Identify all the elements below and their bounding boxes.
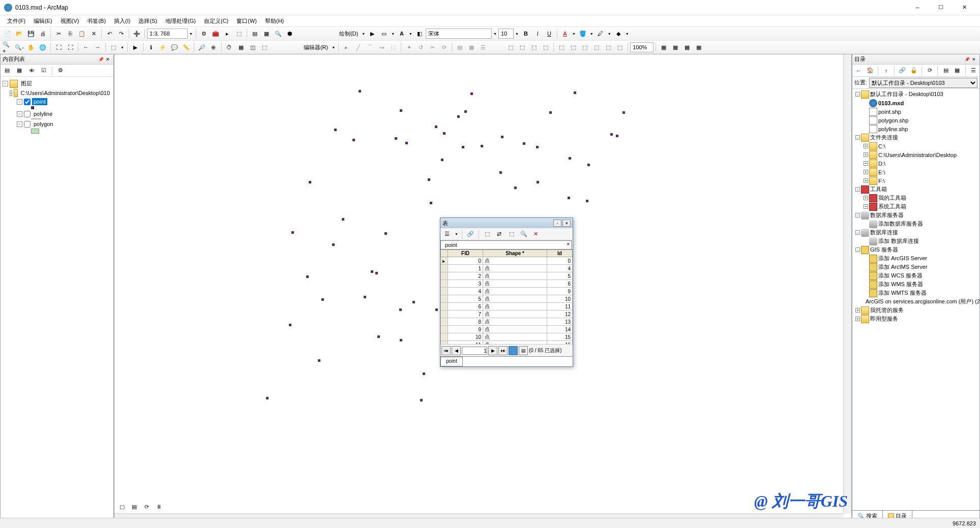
layout-2-icon[interactable]: ▦ — [670, 42, 681, 53]
viewer-icon[interactable]: ▦ — [235, 42, 247, 53]
cat-home-icon[interactable]: 🏠 — [865, 65, 876, 76]
catalog-item[interactable]: 即用型服务 — [870, 315, 898, 323]
attr-opts-icon[interactable]: ☰ — [441, 229, 453, 240]
delete-icon[interactable]: ✕ — [88, 28, 99, 39]
arcpy-icon[interactable]: ⬢ — [284, 28, 295, 39]
expand-icon[interactable]: - — [855, 92, 860, 97]
pin-icon[interactable]: 📌 — [963, 56, 970, 63]
edit-reshape-icon[interactable]: ↺ — [415, 42, 426, 53]
catalog-item[interactable]: GIS 服务器 — [870, 246, 898, 254]
layer-label[interactable]: polyline — [32, 110, 54, 117]
fontsize-input[interactable] — [498, 28, 514, 39]
select-elem-icon[interactable]: ▶ — [367, 28, 378, 39]
catalog-item[interactable]: 添加 WMTS 服务器 — [878, 289, 927, 297]
toc-close-icon[interactable]: ✕ — [104, 56, 111, 63]
attr-titlebar[interactable]: 表 ▫ ✕ — [440, 218, 573, 228]
menu-item[interactable]: 插入(I) — [110, 16, 134, 26]
georef-9-icon[interactable]: ⬚ — [603, 42, 614, 53]
draw-dropdown-icon[interactable]: ▼ — [361, 32, 366, 36]
catalog-item[interactable]: 我的工具箱 — [878, 194, 906, 202]
expand-icon[interactable]: - — [17, 121, 22, 127]
layer-label[interactable]: point — [32, 98, 47, 105]
pause-draw-icon[interactable]: ⏸ — [153, 501, 164, 512]
layer-checkbox[interactable] — [24, 99, 31, 105]
georef-5-icon[interactable]: ⬚ — [556, 42, 567, 53]
nav-first-icon[interactable]: ⏮ — [441, 346, 451, 355]
catalog-item[interactable]: 数据库连接 — [870, 229, 898, 236]
cat-refresh-icon[interactable]: ⟳ — [925, 65, 935, 76]
zoomout-icon[interactable]: 🔍- — [14, 42, 25, 53]
table-row[interactable]: 3点6 — [441, 280, 573, 288]
georef-10-icon[interactable]: ⬚ — [614, 42, 626, 53]
attr-bottom-tab[interactable]: point — [440, 357, 463, 366]
expand-icon[interactable]: - — [17, 111, 22, 117]
fill-color-icon[interactable]: 🪣 — [577, 28, 588, 39]
expand-icon[interactable]: - — [17, 99, 22, 105]
fixed-zoomin-icon[interactable]: ⛶ — [53, 42, 64, 53]
redo-icon[interactable]: ↷ — [115, 28, 127, 39]
layout-view-icon[interactable]: ▤ — [129, 501, 140, 512]
measure-icon[interactable]: 📏 — [181, 42, 192, 53]
maximize-button[interactable]: ☐ — [929, 0, 953, 15]
edit-straight-icon[interactable]: ╱ — [352, 42, 364, 53]
expand-icon[interactable]: + — [864, 170, 868, 174]
menu-item[interactable]: 地理处理(G) — [161, 16, 200, 26]
attr-related-icon[interactable]: 🔗 — [465, 229, 476, 240]
catalog-item[interactable]: D:\ — [878, 161, 885, 167]
georef-6-icon[interactable]: ⬚ — [568, 42, 579, 53]
georef-8-icon[interactable]: ⬚ — [591, 42, 602, 53]
new-doc-icon[interactable]: 📄 — [2, 28, 13, 39]
show-all-icon[interactable] — [509, 346, 518, 355]
attr-tab[interactable]: point✕ — [440, 240, 572, 249]
catalog-item[interactable]: 添加 数据库连接 — [878, 237, 919, 245]
cat-disconnect-icon[interactable]: 🔓 — [908, 65, 919, 76]
callout-icon[interactable]: ◧ — [414, 28, 425, 39]
georef-2-icon[interactable]: ⬚ — [517, 42, 528, 53]
attr-zoom-sel-icon[interactable]: 🔍 — [518, 229, 529, 240]
attribute-grid[interactable]: FIDShape *Id▸0点01点42点53点64点95点106点117点12… — [440, 250, 573, 344]
layout-3-icon[interactable]: ▦ — [681, 42, 693, 53]
toc-list-by-vis-icon[interactable]: 👁 — [26, 65, 37, 76]
attribute-table-window[interactable]: 表 ▫ ✕ ☰ ▼ 🔗 ⬚ ⇄ ⬚ 🔍 ✕ point✕ FIDShape *I… — [440, 218, 573, 367]
layer-checkbox[interactable] — [24, 111, 31, 117]
toc-dataset[interactable]: C:\Users\Administrator\Desktop\010 — [19, 89, 111, 97]
catalog-item[interactable]: C:\Users\Administrator\Desktop — [878, 152, 957, 158]
table-row[interactable]: 7点12 — [441, 310, 573, 318]
edit-trace-icon[interactable]: ↝ — [376, 42, 387, 53]
cut-icon[interactable]: ✂ — [53, 28, 64, 39]
swipe-icon[interactable]: ◫ — [247, 42, 258, 53]
pan-icon[interactable]: ✋ — [25, 42, 37, 53]
menu-item[interactable]: 窗口(W) — [232, 16, 261, 26]
font-input[interactable] — [426, 28, 492, 39]
open-icon[interactable]: 📂 — [14, 28, 25, 39]
minimize-button[interactable]: ─ — [906, 0, 929, 15]
full-extent-icon[interactable]: 🌐 — [37, 42, 48, 53]
pointer-icon[interactable]: ▶ — [130, 42, 141, 53]
location-select[interactable]: 默认工作目录 - Desktop\0103 — [869, 78, 977, 88]
menu-item[interactable]: 选择(S) — [134, 16, 161, 26]
layout-4-icon[interactable]: ▦ — [693, 42, 704, 53]
underline-icon[interactable]: U — [544, 28, 555, 39]
expand-icon[interactable]: - — [855, 230, 860, 235]
georef-4-icon[interactable]: ⬚ — [540, 42, 551, 53]
column-header[interactable]: FID — [448, 250, 483, 257]
menu-item[interactable]: 编辑(E) — [29, 16, 56, 26]
magnify-icon[interactable]: ⬚ — [259, 42, 270, 53]
catalog-item[interactable]: F:\ — [878, 178, 885, 184]
scale-dropdown-icon[interactable]: ▼ — [188, 32, 194, 36]
expand-icon[interactable]: + — [864, 196, 868, 200]
toc-list-by-sel-icon[interactable]: ☑ — [38, 65, 49, 76]
expand-icon[interactable]: - — [855, 135, 860, 140]
catalog-item[interactable]: 添加 WMS 服务器 — [878, 281, 923, 288]
toc-options-icon[interactable]: ⚙ — [55, 65, 66, 76]
catalog-item[interactable]: 添加 ArcGIS Server — [878, 255, 927, 262]
font-color-icon[interactable]: A — [559, 28, 571, 39]
marker-color-icon[interactable]: ◆ — [613, 28, 624, 39]
expand-icon[interactable]: - — [855, 247, 860, 252]
catalog-item[interactable]: ArcGIS on services.arcgisonline.com (用户)… — [866, 298, 979, 305]
attr-select-by-icon[interactable]: ⬚ — [482, 229, 493, 240]
find-icon[interactable]: 🔎 — [196, 42, 207, 53]
refresh-icon[interactable]: ⟳ — [141, 501, 152, 512]
catalog-item[interactable]: 文件夹连接 — [870, 134, 898, 141]
expand-icon[interactable]: + — [864, 144, 868, 148]
